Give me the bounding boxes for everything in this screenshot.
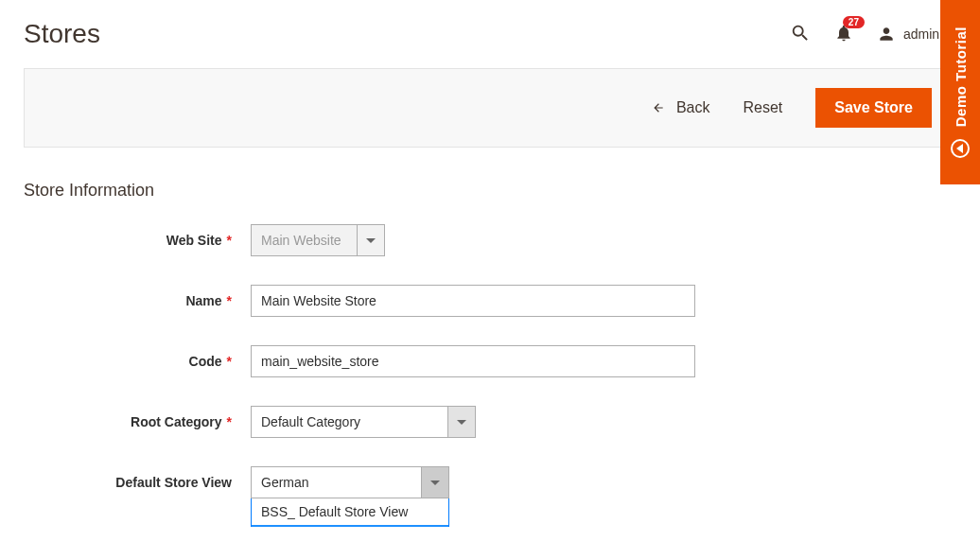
- website-select: Main Website: [251, 224, 385, 256]
- toolbar: Back Reset Save Store: [24, 68, 956, 148]
- back-button[interactable]: Back: [650, 99, 710, 116]
- demo-tutorial-label: Demo Tutorial: [953, 26, 969, 127]
- chevron-down-icon[interactable]: [447, 406, 476, 438]
- user-name-label: admin: [903, 26, 939, 42]
- default-store-view-select[interactable]: German: [251, 466, 449, 498]
- section-title: Store Information: [24, 181, 980, 201]
- code-label: Code*: [24, 354, 251, 369]
- notifications-button[interactable]: 27: [834, 24, 853, 45]
- website-label: Web Site*: [24, 233, 251, 248]
- code-input[interactable]: [251, 345, 695, 377]
- required-star: *: [227, 414, 232, 429]
- root-category-label: Root Category*: [24, 414, 251, 429]
- search-icon[interactable]: [790, 23, 811, 46]
- arrow-left-icon: [650, 101, 667, 114]
- page-title: Stores: [24, 19, 100, 49]
- default-store-view-select-value: German: [251, 466, 421, 498]
- website-select-value: Main Website: [251, 224, 357, 256]
- demo-tutorial-tab[interactable]: Demo Tutorial: [940, 0, 980, 184]
- save-button[interactable]: Save Store: [815, 88, 932, 128]
- chevron-down-icon[interactable]: [421, 466, 449, 498]
- user-icon: [877, 25, 896, 44]
- back-label: Back: [676, 99, 710, 116]
- default-store-view-dropdown: BSS_ Default Store View German: [251, 498, 449, 527]
- play-circle-icon: [951, 139, 970, 158]
- required-star: *: [227, 354, 232, 369]
- name-label: Name*: [24, 293, 251, 308]
- required-star: *: [227, 293, 232, 308]
- root-category-select-value: Default Category: [251, 406, 447, 438]
- name-input[interactable]: [251, 285, 695, 317]
- dropdown-option[interactable]: German: [252, 525, 448, 527]
- dropdown-option[interactable]: BSS_ Default Store View: [252, 498, 448, 525]
- chevron-down-icon: [357, 224, 385, 256]
- default-store-view-label: Default Store View: [24, 475, 251, 490]
- root-category-select[interactable]: Default Category: [251, 406, 476, 438]
- reset-button[interactable]: Reset: [743, 99, 782, 116]
- required-star: *: [227, 233, 232, 248]
- notification-count-badge: 27: [843, 16, 865, 28]
